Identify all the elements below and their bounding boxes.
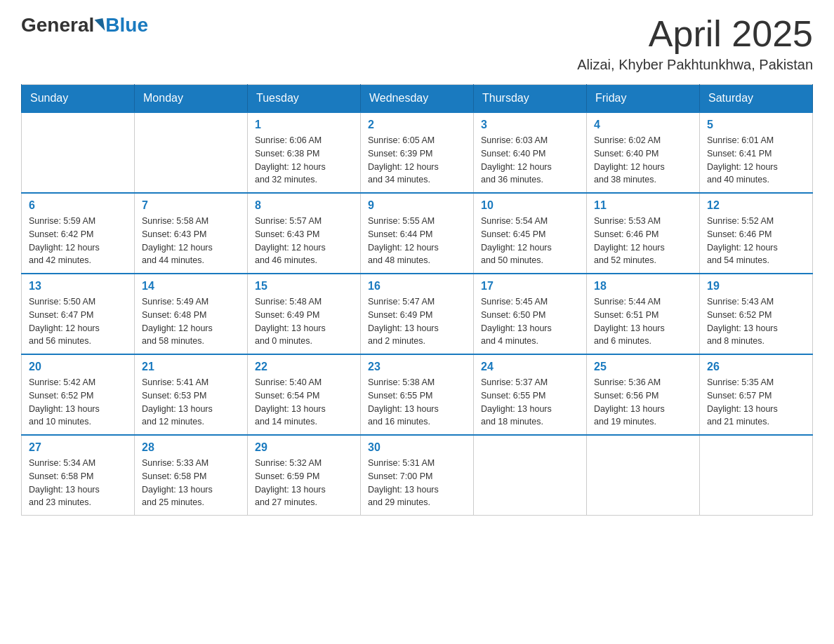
- day-info: Sunrise: 5:52 AMSunset: 6:46 PMDaylight:…: [707, 215, 805, 267]
- day-info: Sunrise: 5:36 AMSunset: 6:56 PMDaylight:…: [594, 376, 692, 429]
- day-info: Sunrise: 6:06 AMSunset: 6:38 PMDaylight:…: [255, 134, 353, 187]
- day-info: Sunrise: 5:43 AMSunset: 6:52 PMDaylight:…: [707, 295, 805, 348]
- day-number: 30: [368, 441, 466, 454]
- day-info: Sunrise: 5:42 AMSunset: 6:52 PMDaylight:…: [29, 376, 127, 429]
- day-number: 11: [594, 199, 692, 212]
- day-number: 1: [255, 119, 353, 131]
- day-info: Sunrise: 5:45 AMSunset: 6:50 PMDaylight:…: [481, 295, 579, 348]
- calendar-cell: 22Sunrise: 5:40 AMSunset: 6:54 PMDayligh…: [248, 354, 361, 435]
- day-info: Sunrise: 5:44 AMSunset: 6:51 PMDaylight:…: [594, 295, 692, 348]
- logo-general-text: General: [21, 14, 94, 36]
- day-number: 26: [707, 361, 805, 373]
- calendar-cell: 12Sunrise: 5:52 AMSunset: 6:46 PMDayligh…: [700, 193, 813, 274]
- day-info: Sunrise: 5:53 AMSunset: 6:46 PMDaylight:…: [594, 215, 692, 267]
- calendar-cell: 5Sunrise: 6:01 AMSunset: 6:41 PMDaylight…: [700, 112, 813, 193]
- day-info: Sunrise: 5:58 AMSunset: 6:43 PMDaylight:…: [142, 215, 240, 267]
- day-number: 15: [255, 280, 353, 293]
- day-number: 22: [255, 361, 353, 373]
- column-header-wednesday: Wednesday: [361, 85, 474, 113]
- calendar-header-row: SundayMondayTuesdayWednesdayThursdayFrid…: [22, 85, 813, 113]
- column-header-sunday: Sunday: [22, 85, 135, 113]
- calendar-cell: [135, 112, 248, 193]
- day-info: Sunrise: 5:50 AMSunset: 6:47 PMDaylight:…: [29, 295, 127, 348]
- column-header-tuesday: Tuesday: [248, 85, 361, 113]
- day-info: Sunrise: 6:01 AMSunset: 6:41 PMDaylight:…: [707, 134, 805, 187]
- calendar-cell: 11Sunrise: 5:53 AMSunset: 6:46 PMDayligh…: [587, 193, 700, 274]
- logo: General Blue: [21, 14, 148, 36]
- day-info: Sunrise: 5:37 AMSunset: 6:55 PMDaylight:…: [481, 376, 579, 429]
- day-number: 24: [481, 361, 579, 373]
- calendar-cell: [587, 435, 700, 516]
- week-row-4: 20Sunrise: 5:42 AMSunset: 6:52 PMDayligh…: [22, 354, 813, 435]
- day-number: 23: [368, 361, 466, 373]
- logo-blue-text: Blue: [105, 14, 148, 36]
- day-number: 19: [707, 280, 805, 293]
- calendar-cell: 17Sunrise: 5:45 AMSunset: 6:50 PMDayligh…: [474, 274, 587, 354]
- calendar-cell: 15Sunrise: 5:48 AMSunset: 6:49 PMDayligh…: [248, 274, 361, 354]
- day-number: 17: [481, 280, 579, 293]
- calendar-cell: 9Sunrise: 5:55 AMSunset: 6:44 PMDaylight…: [361, 193, 474, 274]
- column-header-saturday: Saturday: [700, 85, 813, 113]
- calendar-cell: 24Sunrise: 5:37 AMSunset: 6:55 PMDayligh…: [474, 354, 587, 435]
- day-info: Sunrise: 5:40 AMSunset: 6:54 PMDaylight:…: [255, 376, 353, 429]
- day-number: 6: [29, 199, 127, 212]
- day-number: 14: [142, 280, 240, 293]
- title-section: April 2025 Alizai, Khyber Pakhtunkhwa, P…: [577, 14, 813, 73]
- month-title: April 2025: [577, 14, 813, 54]
- day-info: Sunrise: 5:31 AMSunset: 7:00 PMDaylight:…: [368, 457, 466, 509]
- day-info: Sunrise: 6:02 AMSunset: 6:40 PMDaylight:…: [594, 134, 692, 187]
- day-number: 9: [368, 199, 466, 212]
- day-number: 8: [255, 199, 353, 212]
- day-number: 18: [594, 280, 692, 293]
- day-number: 3: [481, 119, 579, 131]
- calendar-cell: 10Sunrise: 5:54 AMSunset: 6:45 PMDayligh…: [474, 193, 587, 274]
- day-number: 4: [594, 119, 692, 131]
- calendar-cell: 8Sunrise: 5:57 AMSunset: 6:43 PMDaylight…: [248, 193, 361, 274]
- calendar-cell: 3Sunrise: 6:03 AMSunset: 6:40 PMDaylight…: [474, 112, 587, 193]
- calendar-cell: 30Sunrise: 5:31 AMSunset: 7:00 PMDayligh…: [361, 435, 474, 516]
- calendar-table: SundayMondayTuesdayWednesdayThursdayFrid…: [21, 84, 813, 516]
- day-info: Sunrise: 5:41 AMSunset: 6:53 PMDaylight:…: [142, 376, 240, 429]
- week-row-3: 13Sunrise: 5:50 AMSunset: 6:47 PMDayligh…: [22, 274, 813, 354]
- calendar-cell: 16Sunrise: 5:47 AMSunset: 6:49 PMDayligh…: [361, 274, 474, 354]
- calendar-cell: 19Sunrise: 5:43 AMSunset: 6:52 PMDayligh…: [700, 274, 813, 354]
- day-number: 10: [481, 199, 579, 212]
- calendar-cell: 29Sunrise: 5:32 AMSunset: 6:59 PMDayligh…: [248, 435, 361, 516]
- calendar-cell: [700, 435, 813, 516]
- calendar-cell: [22, 112, 135, 193]
- calendar-cell: 23Sunrise: 5:38 AMSunset: 6:55 PMDayligh…: [361, 354, 474, 435]
- calendar-cell: 1Sunrise: 6:06 AMSunset: 6:38 PMDaylight…: [248, 112, 361, 193]
- day-info: Sunrise: 5:32 AMSunset: 6:59 PMDaylight:…: [255, 457, 353, 509]
- day-info: Sunrise: 5:54 AMSunset: 6:45 PMDaylight:…: [481, 215, 579, 267]
- logo-arrow-icon: [95, 18, 105, 32]
- location-title: Alizai, Khyber Pakhtunkhwa, Pakistan: [577, 57, 813, 73]
- calendar-cell: 21Sunrise: 5:41 AMSunset: 6:53 PMDayligh…: [135, 354, 248, 435]
- calendar-cell: 28Sunrise: 5:33 AMSunset: 6:58 PMDayligh…: [135, 435, 248, 516]
- calendar-cell: 4Sunrise: 6:02 AMSunset: 6:40 PMDaylight…: [587, 112, 700, 193]
- day-number: 16: [368, 280, 466, 293]
- day-number: 27: [29, 441, 127, 454]
- calendar-cell: 26Sunrise: 5:35 AMSunset: 6:57 PMDayligh…: [700, 354, 813, 435]
- calendar-cell: 14Sunrise: 5:49 AMSunset: 6:48 PMDayligh…: [135, 274, 248, 354]
- day-number: 13: [29, 280, 127, 293]
- column-header-friday: Friday: [587, 85, 700, 113]
- calendar-cell: 18Sunrise: 5:44 AMSunset: 6:51 PMDayligh…: [587, 274, 700, 354]
- week-row-2: 6Sunrise: 5:59 AMSunset: 6:42 PMDaylight…: [22, 193, 813, 274]
- day-number: 21: [142, 361, 240, 373]
- calendar-cell: 7Sunrise: 5:58 AMSunset: 6:43 PMDaylight…: [135, 193, 248, 274]
- day-number: 20: [29, 361, 127, 373]
- day-number: 2: [368, 119, 466, 131]
- day-info: Sunrise: 5:59 AMSunset: 6:42 PMDaylight:…: [29, 215, 127, 267]
- page-header: General Blue April 2025 Alizai, Khyber P…: [21, 14, 813, 73]
- calendar-cell: 2Sunrise: 6:05 AMSunset: 6:39 PMDaylight…: [361, 112, 474, 193]
- day-number: 5: [707, 119, 805, 131]
- day-info: Sunrise: 5:38 AMSunset: 6:55 PMDaylight:…: [368, 376, 466, 429]
- day-info: Sunrise: 5:57 AMSunset: 6:43 PMDaylight:…: [255, 215, 353, 267]
- day-number: 12: [707, 199, 805, 212]
- week-row-5: 27Sunrise: 5:34 AMSunset: 6:58 PMDayligh…: [22, 435, 813, 516]
- day-info: Sunrise: 5:34 AMSunset: 6:58 PMDaylight:…: [29, 457, 127, 509]
- day-info: Sunrise: 5:47 AMSunset: 6:49 PMDaylight:…: [368, 295, 466, 348]
- calendar-cell: 13Sunrise: 5:50 AMSunset: 6:47 PMDayligh…: [22, 274, 135, 354]
- calendar-cell: 25Sunrise: 5:36 AMSunset: 6:56 PMDayligh…: [587, 354, 700, 435]
- calendar-cell: [474, 435, 587, 516]
